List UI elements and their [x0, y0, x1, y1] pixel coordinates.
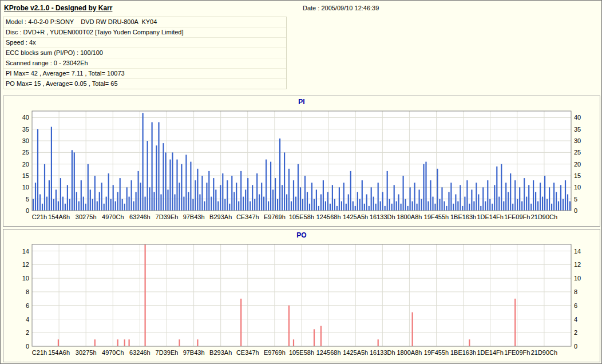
info-row-range: Scanned range : 0 - 23042Eh: [3, 58, 286, 69]
svg-text:1800A8h: 1800A8h: [397, 213, 422, 220]
svg-text:20: 20: [22, 161, 29, 168]
svg-text:15: 15: [574, 172, 581, 179]
svg-text:154A6h: 154A6h: [48, 213, 70, 220]
svg-text:1425A5h: 1425A5h: [343, 349, 368, 356]
svg-text:14: 14: [574, 248, 581, 255]
po-chart: C21h154A6h30275h4970Ch63246h7D39Eh97B43h…: [3, 240, 600, 360]
pi-chart-panel: PI C21h154A6h30275h4970Ch63246h7D39Eh97B…: [3, 96, 600, 227]
svg-text:5: 5: [26, 196, 29, 203]
info-row-disc: Disc : DVD+R , YUDEN000T02 [Taiyo Yuden …: [3, 27, 286, 38]
svg-text:25: 25: [574, 149, 581, 156]
svg-text:124568h: 124568h: [316, 213, 341, 220]
svg-text:30: 30: [22, 137, 29, 144]
svg-text:C21h: C21h: [32, 213, 47, 220]
svg-text:1FE09Fh: 1FE09Fh: [504, 213, 530, 220]
app-title: KProbe v2.1.0 - Designed by Karr: [4, 4, 112, 12]
svg-text:10: 10: [22, 184, 29, 191]
svg-text:6: 6: [574, 302, 577, 309]
svg-text:1425A5h: 1425A5h: [343, 213, 368, 220]
svg-text:C21h: C21h: [32, 349, 47, 356]
svg-text:19F455h: 19F455h: [424, 213, 449, 220]
svg-text:16133Dh: 16133Dh: [370, 349, 395, 356]
po-chart-panel: PO C21h154A6h30275h4970Ch63246h7D39Eh97B…: [3, 229, 600, 362]
scan-info-panel: Model : 4-0-2-0 P:SONY DVD RW DRU-800A K…: [3, 17, 287, 89]
svg-text:2: 2: [26, 329, 29, 336]
svg-text:10: 10: [574, 184, 581, 191]
svg-text:154A6h: 154A6h: [48, 349, 70, 356]
svg-text:4970Ch: 4970Ch: [102, 349, 124, 356]
info-row-speed: Speed : 4x: [3, 38, 286, 48]
svg-text:16133Dh: 16133Dh: [370, 213, 395, 220]
svg-text:E9769h: E9769h: [264, 349, 286, 356]
info-row-po-stats: PO Max= 15 , Average= 0.05 , Total= 65: [3, 79, 286, 89]
info-row-pi-stats: PI Max= 42 , Average= 7.11 , Total= 1007…: [3, 69, 286, 79]
svg-text:20: 20: [574, 161, 581, 168]
svg-text:0: 0: [26, 207, 29, 214]
svg-text:97B43h: 97B43h: [183, 213, 205, 220]
svg-text:25: 25: [22, 149, 29, 156]
svg-text:0: 0: [574, 343, 577, 350]
svg-text:63246h: 63246h: [129, 213, 150, 220]
svg-text:7D39Eh: 7D39Eh: [156, 213, 179, 220]
svg-text:63246h: 63246h: [129, 349, 150, 356]
svg-text:4: 4: [26, 316, 29, 323]
date-label: Date : 2005/09/10 12:46:39: [303, 5, 379, 11]
svg-text:124568h: 124568h: [316, 349, 341, 356]
info-row-model: Model : 4-0-2-0 P:SONY DVD RW DRU-800A K…: [3, 17, 286, 27]
svg-text:35: 35: [574, 126, 581, 133]
pi-chart: C21h154A6h30275h4970Ch63246h7D39Eh97B43h…: [3, 107, 600, 224]
svg-text:105E58h: 105E58h: [289, 213, 314, 220]
svg-text:14: 14: [22, 248, 29, 255]
svg-text:E9769h: E9769h: [264, 213, 286, 220]
svg-text:21D90Ch: 21D90Ch: [531, 213, 557, 220]
svg-text:1BE163h: 1BE163h: [450, 213, 476, 220]
pi-chart-title: PI: [3, 96, 600, 107]
svg-text:B293Ah: B293Ah: [209, 349, 232, 356]
svg-text:30275h: 30275h: [76, 349, 97, 356]
svg-text:15: 15: [22, 172, 29, 179]
svg-text:7D39Eh: 7D39Eh: [156, 349, 179, 356]
svg-text:97B43h: 97B43h: [183, 349, 205, 356]
svg-text:CE347h: CE347h: [236, 213, 259, 220]
svg-text:105E58h: 105E58h: [289, 349, 314, 356]
po-chart-title: PO: [3, 230, 600, 240]
svg-text:0: 0: [26, 343, 29, 350]
svg-text:19F455h: 19F455h: [424, 349, 449, 356]
svg-text:B293Ah: B293Ah: [209, 213, 232, 220]
svg-text:4970Ch: 4970Ch: [102, 213, 124, 220]
kprobe-window: KProbe v2.1.0 - Designed by Karr Date : …: [0, 0, 602, 364]
svg-text:1FE09Fh: 1FE09Fh: [504, 349, 530, 356]
svg-text:2: 2: [574, 329, 577, 336]
svg-text:0: 0: [574, 207, 577, 214]
svg-text:10: 10: [22, 275, 29, 282]
svg-text:8: 8: [574, 288, 577, 295]
info-row-ecc: ECC blocks sum (PI/PO) : 100/100: [3, 48, 286, 58]
svg-text:6: 6: [26, 302, 29, 309]
svg-text:4: 4: [574, 316, 577, 323]
svg-text:35: 35: [22, 126, 29, 133]
svg-text:1BE163h: 1BE163h: [450, 349, 476, 356]
svg-text:1DE14Fh: 1DE14Fh: [477, 349, 503, 356]
svg-text:12: 12: [22, 261, 29, 268]
svg-text:10: 10: [574, 275, 581, 282]
svg-text:30275h: 30275h: [76, 213, 97, 220]
header: KProbe v2.1.0 - Designed by Karr Date : …: [1, 1, 601, 94]
svg-text:1DE14Fh: 1DE14Fh: [477, 213, 503, 220]
svg-text:5: 5: [574, 196, 577, 203]
svg-text:21D90Ch: 21D90Ch: [531, 349, 557, 356]
svg-text:CE347h: CE347h: [236, 349, 259, 356]
svg-text:30: 30: [574, 137, 581, 144]
svg-text:8: 8: [26, 288, 29, 295]
svg-text:40: 40: [574, 114, 581, 121]
svg-text:40: 40: [22, 114, 29, 121]
svg-text:12: 12: [574, 261, 581, 268]
svg-text:1800A8h: 1800A8h: [397, 349, 422, 356]
